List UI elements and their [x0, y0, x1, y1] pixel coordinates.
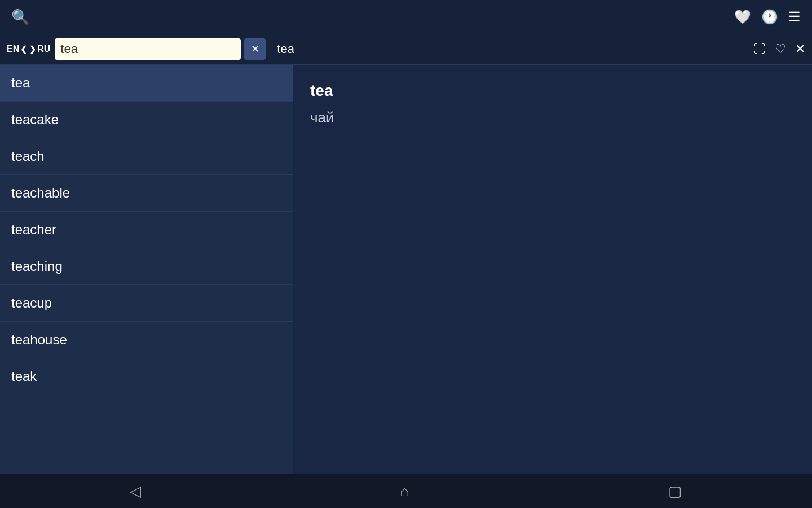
top-bar-right: 🤍 🕐 ☰: [734, 9, 801, 25]
expand-icon[interactable]: ⛶: [753, 42, 766, 56]
clear-button[interactable]: ✕: [244, 38, 266, 60]
top-bar: 🔍 🤍 🕐 ☰: [0, 0, 812, 34]
top-bar-left: 🔍: [11, 8, 29, 26]
main-content: teateacaketeachteachableteacherteachingt…: [0, 65, 812, 474]
bottom-nav: ◁ ⌂ ▢: [0, 474, 812, 508]
word-list-item[interactable]: tea: [0, 65, 293, 102]
lang-from: EN: [7, 44, 19, 54]
result-word: tea: [277, 42, 294, 56]
search-bar-right-icons: ⛶ ♡ ✕: [753, 42, 805, 56]
back-nav-icon[interactable]: ◁: [130, 483, 141, 500]
word-list-item[interactable]: teak: [0, 358, 293, 395]
translation-word: tea: [310, 82, 795, 100]
menu-icon[interactable]: ☰: [788, 9, 801, 25]
translation-panel: tea чай: [293, 65, 812, 474]
recent-apps-icon[interactable]: ▢: [668, 483, 682, 500]
word-list-item[interactable]: teachable: [0, 175, 293, 212]
search-input[interactable]: [55, 38, 241, 60]
language-selector[interactable]: EN ❮ ❯ RU: [7, 44, 50, 54]
word-list-item[interactable]: teacake: [0, 102, 293, 138]
lang-arrow-left: ❮: [20, 45, 27, 54]
lang-to: RU: [37, 44, 50, 54]
favorite-bar-icon[interactable]: ♡: [775, 42, 786, 56]
word-list-item[interactable]: teach: [0, 138, 293, 175]
lang-arrow-right: ❯: [29, 45, 36, 54]
word-list-item[interactable]: teaching: [0, 248, 293, 285]
word-list-item[interactable]: teacup: [0, 285, 293, 322]
word-list: teateacaketeachteachableteacherteachingt…: [0, 65, 293, 474]
word-list-item[interactable]: teahouse: [0, 322, 293, 358]
home-nav-icon[interactable]: ⌂: [400, 483, 409, 500]
translation-text: чай: [310, 109, 795, 126]
word-list-item[interactable]: teacher: [0, 212, 293, 248]
search-bar: EN ❮ ❯ RU ✕ tea ⛶ ♡ ✕: [0, 34, 812, 65]
search-icon[interactable]: 🔍: [11, 8, 29, 26]
close-bar-icon[interactable]: ✕: [795, 42, 805, 56]
history-icon[interactable]: 🕐: [761, 9, 778, 25]
favorite-icon[interactable]: 🤍: [734, 9, 751, 25]
